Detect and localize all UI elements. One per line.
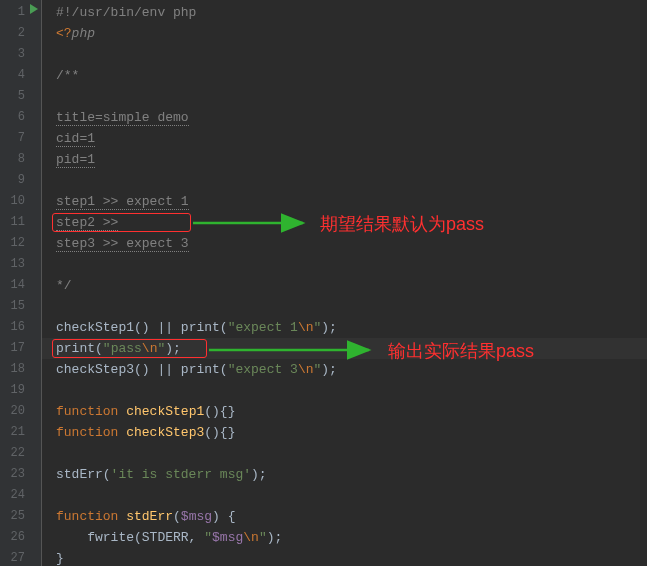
php-open: <? <box>56 26 72 41</box>
code-text: ); <box>267 530 283 545</box>
escape: \n <box>243 530 259 545</box>
keyword: function <box>56 509 126 524</box>
line-number: 2 <box>0 23 41 44</box>
line-number: 3 <box>0 44 41 65</box>
print-call: print <box>181 362 220 377</box>
line-number: 10 <box>0 191 41 212</box>
code-line[interactable]: function checkStep1(){} <box>42 401 647 422</box>
code-line[interactable] <box>42 380 647 401</box>
paren: ( <box>220 320 228 335</box>
code-line[interactable] <box>42 86 647 107</box>
code-text: ); <box>251 467 267 482</box>
code-line[interactable]: */ <box>42 275 647 296</box>
line-number: 15 <box>0 296 41 317</box>
string: " <box>204 530 212 545</box>
line-number: 8 <box>0 149 41 170</box>
line-number: 18 <box>0 359 41 380</box>
line-number: 7 <box>0 128 41 149</box>
comment-text: step1 >> expect 1 <box>56 194 189 210</box>
code-editor: 1 2 3 4 5 6 7 8 9 10 11 12 13 14 15 16 1… <box>0 0 647 566</box>
code-line[interactable] <box>42 485 647 506</box>
line-number: 27 <box>0 548 41 566</box>
keyword: function <box>56 425 126 440</box>
line-number: 16 <box>0 317 41 338</box>
code-text: (STDERR, <box>134 530 204 545</box>
string: "expect 3 <box>228 362 298 377</box>
code-line[interactable]: step2 >> <box>42 212 647 233</box>
comment-text: cid=1 <box>56 131 95 147</box>
paren: ( <box>95 341 103 356</box>
line-number: 25 <box>0 506 41 527</box>
code-text: ); <box>321 320 337 335</box>
fn-call: fwrite <box>56 530 134 545</box>
code-line[interactable] <box>42 170 647 191</box>
shebang: #!/usr/bin/env php <box>56 5 196 20</box>
code-line-current[interactable]: print("pass\n"); <box>42 338 647 359</box>
code-line[interactable]: title=simple demo <box>42 107 647 128</box>
variable: $msg <box>212 530 243 545</box>
code-line[interactable]: checkStep3() || print("expect 3\n"); <box>42 359 647 380</box>
line-number: 6 <box>0 107 41 128</box>
line-number: 14 <box>0 275 41 296</box>
line-number: 20 <box>0 401 41 422</box>
string: "pass <box>103 341 142 356</box>
docblock-start: /** <box>56 68 79 83</box>
variable: $msg <box>181 509 212 524</box>
code-text: (){} <box>204 425 235 440</box>
code-line[interactable]: fwrite(STDERR, "$msg\n"); <box>42 527 647 548</box>
docblock-end: */ <box>56 278 72 293</box>
code-line[interactable] <box>42 443 647 464</box>
escape: \n <box>298 362 314 377</box>
line-number: 5 <box>0 86 41 107</box>
comment-text: pid=1 <box>56 152 95 168</box>
escape: \n <box>142 341 158 356</box>
code-text: ); <box>321 362 337 377</box>
fn-call: checkStep3 <box>56 362 134 377</box>
fn-decl: checkStep3 <box>126 425 204 440</box>
run-icon[interactable] <box>30 4 38 14</box>
line-number: 17 <box>0 338 41 359</box>
code-line[interactable]: stdErr('it is stderr msg'); <box>42 464 647 485</box>
string: "expect 1 <box>228 320 298 335</box>
line-number: 4 <box>0 65 41 86</box>
line-number: 12 <box>0 233 41 254</box>
code-text: (){} <box>204 404 235 419</box>
code-line[interactable]: #!/usr/bin/env php <box>42 2 647 23</box>
code-text: () || <box>134 320 181 335</box>
comment-text: title=simple demo <box>56 110 189 126</box>
code-line[interactable]: checkStep1() || print("expect 1\n"); <box>42 317 647 338</box>
comment-text: step2 >> <box>56 215 118 231</box>
code-text: () || <box>134 362 181 377</box>
fn-decl: checkStep1 <box>126 404 204 419</box>
code-line[interactable] <box>42 44 647 65</box>
print-call: print <box>181 320 220 335</box>
code-line[interactable]: function stdErr($msg) { <box>42 506 647 527</box>
code-line[interactable]: <?php <box>42 23 647 44</box>
code-line[interactable]: cid=1 <box>42 128 647 149</box>
code-line[interactable]: step1 >> expect 1 <box>42 191 647 212</box>
line-number: 23 <box>0 464 41 485</box>
php-open-kw: php <box>72 26 95 41</box>
code-area[interactable]: #!/usr/bin/env php <?php /** title=simpl… <box>42 0 647 566</box>
code-line[interactable]: function checkStep3(){} <box>42 422 647 443</box>
paren: ( <box>220 362 228 377</box>
line-number: 19 <box>0 380 41 401</box>
code-line[interactable]: /** <box>42 65 647 86</box>
paren: ( <box>173 509 181 524</box>
line-number: 22 <box>0 443 41 464</box>
line-number: 24 <box>0 485 41 506</box>
string: 'it is stderr msg' <box>111 467 251 482</box>
gutter: 1 2 3 4 5 6 7 8 9 10 11 12 13 14 15 16 1… <box>0 0 42 566</box>
line-number: 26 <box>0 527 41 548</box>
code-line[interactable] <box>42 296 647 317</box>
code-line[interactable]: step3 >> expect 3 <box>42 233 647 254</box>
keyword: function <box>56 404 126 419</box>
comment-text: step3 >> expect 3 <box>56 236 189 252</box>
code-line[interactable]: pid=1 <box>42 149 647 170</box>
code-text: ); <box>165 341 181 356</box>
line-number: 21 <box>0 422 41 443</box>
print-call: print <box>56 341 95 356</box>
code-line[interactable]: } <box>42 548 647 566</box>
code-line[interactable] <box>42 254 647 275</box>
fn-call: stdErr( <box>56 467 111 482</box>
